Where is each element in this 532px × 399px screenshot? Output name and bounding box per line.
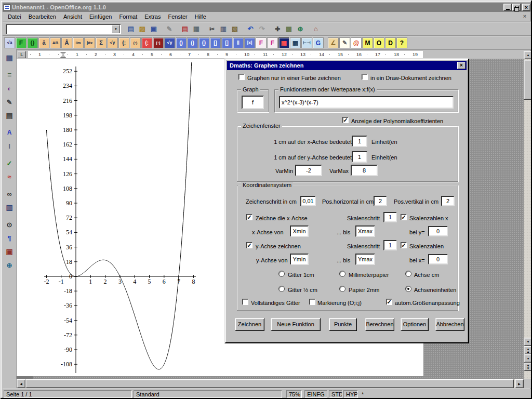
brackets-blue-icon[interactable]: [] bbox=[210, 37, 221, 48]
draw-graph-icon[interactable]: ▦ bbox=[278, 37, 289, 48]
open-icon[interactable]: ▨ bbox=[137, 23, 148, 35]
nth-root-blue-icon[interactable]: √y bbox=[164, 37, 175, 48]
copy-icon[interactable]: ▥ bbox=[218, 23, 229, 35]
brace-cases-red-icon[interactable]: {: bbox=[141, 37, 152, 48]
nth-root-icon[interactable]: √y bbox=[107, 37, 118, 48]
parens-blue2-icon[interactable]: () bbox=[187, 37, 198, 48]
insert-fields-icon[interactable]: ≡ bbox=[3, 69, 16, 81]
y-scale-field[interactable]: 1 bbox=[352, 151, 367, 163]
cut-icon[interactable]: ✂ bbox=[206, 23, 218, 35]
millimeterpapier-radio[interactable] bbox=[339, 271, 345, 277]
x-scale-field[interactable]: 1 bbox=[352, 136, 367, 147]
achse-cm-radio[interactable] bbox=[405, 271, 411, 277]
pos-horizontal-field[interactable]: 2 bbox=[374, 196, 387, 206]
menu-fenster[interactable]: Fenster bbox=[164, 12, 191, 21]
vertical-scrollbar-thumb[interactable] bbox=[524, 60, 532, 100]
gitter-halb-cm-radio[interactable] bbox=[278, 286, 285, 292]
vertical-scrollbar[interactable]: ▲ ▼ ▲▲ ● ▼▼ bbox=[524, 51, 532, 379]
horizontal-scrollbar[interactable]: ◀ ▶ bbox=[17, 379, 524, 388]
macro-m-icon[interactable]: M bbox=[362, 37, 373, 48]
next-page-icon[interactable]: ▼▼ bbox=[524, 363, 532, 371]
zoom-icon[interactable]: ⊙ bbox=[3, 218, 16, 231]
bei-y-field[interactable]: 0 bbox=[428, 226, 448, 236]
zeichenschritt-field[interactable]: 0,01 bbox=[300, 196, 316, 206]
varmin-field[interactable]: -2 bbox=[295, 165, 322, 176]
bei-x-field[interactable]: 0 bbox=[428, 254, 448, 264]
abbrechen-button[interactable]: Abbrechen bbox=[435, 318, 464, 331]
y-axis-checkbox[interactable]: ✓ bbox=[246, 242, 252, 248]
achseneinheiten-radio[interactable] bbox=[405, 286, 411, 292]
x-from-field[interactable]: Xmin bbox=[290, 225, 309, 237]
dialog-close-icon[interactable]: × bbox=[457, 62, 466, 69]
pos-vertikal-field[interactable]: 2 bbox=[441, 196, 455, 206]
draw-functions-icon[interactable]: ✎ bbox=[3, 96, 16, 108]
restore-button[interactable] bbox=[512, 4, 521, 11]
tab-selector[interactable]: L bbox=[18, 51, 26, 58]
markierung-checkbox[interactable] bbox=[309, 299, 315, 305]
gitter-1cm-radio[interactable] bbox=[278, 271, 285, 277]
chevron-down-icon[interactable]: ▼ bbox=[112, 25, 120, 33]
function-term-field[interactable]: x^2*(x-3)*(x-7) bbox=[279, 96, 454, 109]
skalenschritt-y-field[interactable]: 1 bbox=[383, 240, 397, 250]
minimize-button[interactable] bbox=[503, 4, 512, 11]
function-pointer-icon[interactable]: F bbox=[267, 37, 278, 48]
braces-green-icon[interactable]: {} bbox=[27, 37, 38, 48]
edit-drawing-icon[interactable]: ✎ bbox=[339, 37, 350, 48]
optionen-button[interactable]: Optionen bbox=[401, 318, 429, 331]
hyperlink-icon[interactable]: ⊕ bbox=[295, 23, 306, 35]
find-replace-icon[interactable]: ∞ bbox=[3, 188, 16, 200]
navigator-icon[interactable]: ✚ bbox=[272, 23, 283, 35]
direct-cursor-icon[interactable]: I bbox=[3, 140, 16, 152]
hyperlink-mode-indicator[interactable]: HYP bbox=[343, 390, 358, 398]
function-green-icon[interactable]: F bbox=[16, 37, 26, 48]
horizontal-scrollbar-thumb[interactable] bbox=[25, 379, 514, 388]
function-magenta-icon[interactable]: F bbox=[256, 37, 267, 48]
scroll-up-icon[interactable]: ▲ bbox=[524, 51, 532, 59]
compass-icon[interactable]: ∠ bbox=[328, 37, 339, 48]
gallery-icon[interactable]: ▩ bbox=[283, 23, 295, 35]
macro-o-icon[interactable]: O bbox=[374, 37, 384, 48]
limit-icon[interactable]: lim bbox=[73, 37, 84, 48]
print-icon[interactable]: ▦ bbox=[191, 23, 202, 35]
previous-page-icon[interactable]: ▲▲ bbox=[524, 346, 532, 354]
angle-hat-icon[interactable]: Â bbox=[61, 37, 72, 48]
paren-matrix-icon[interactable]: (:) bbox=[130, 37, 141, 48]
zoom-indicator[interactable]: 75% bbox=[286, 390, 302, 398]
insert-table-icon[interactable]: ▦ bbox=[3, 51, 16, 64]
sqrt-a-icon[interactable]: √a bbox=[4, 37, 15, 48]
autosize-checkbox[interactable]: ✓ bbox=[386, 299, 392, 305]
varmax-field[interactable]: 8 bbox=[351, 165, 378, 176]
url-combo[interactable]: ▼ bbox=[6, 24, 121, 34]
draw-document-checkbox[interactable] bbox=[362, 74, 368, 80]
undo-icon[interactable]: ↶ bbox=[245, 23, 256, 35]
macro-d-icon[interactable]: D bbox=[385, 37, 396, 48]
save-icon[interactable]: ▣ bbox=[148, 23, 159, 35]
x-to-field[interactable]: Xmax bbox=[355, 225, 375, 237]
home-icon[interactable]: ⌂ bbox=[310, 23, 322, 35]
neue-funktion-button[interactable]: Neue Funktion bbox=[271, 318, 321, 331]
new-document-icon[interactable]: ▤ bbox=[125, 23, 137, 35]
nonprinting-chars-icon[interactable]: ¶ bbox=[3, 232, 16, 244]
geometry-g-icon[interactable]: G bbox=[313, 37, 324, 48]
skalenschritt-x-field[interactable]: 1 bbox=[383, 212, 397, 222]
selection-mode-indicator[interactable]: STD bbox=[329, 390, 342, 398]
edit-file-icon[interactable]: ✎ bbox=[164, 23, 175, 35]
norm-icon[interactable]: ‖ bbox=[233, 37, 244, 48]
abs-icon[interactable]: |x| bbox=[244, 37, 255, 48]
close-button[interactable]: × bbox=[522, 4, 530, 11]
close-document-icon[interactable]: × bbox=[521, 13, 528, 20]
berechnen-button[interactable]: Berechnen bbox=[365, 318, 394, 331]
integral-icon[interactable]: ∫dx bbox=[84, 37, 95, 48]
poly-coefficients-checkbox[interactable]: ✓ bbox=[342, 117, 349, 123]
grid-icon[interactable]: ▦ bbox=[290, 37, 301, 48]
dmaths-spiral-icon[interactable]: @ bbox=[351, 37, 362, 48]
spellcheck-icon[interactable]: ✓ bbox=[3, 157, 16, 169]
y-from-field[interactable]: Ymin bbox=[290, 254, 309, 265]
redo-icon[interactable]: ↷ bbox=[256, 23, 268, 35]
zeichnen-button[interactable]: Zeichnen bbox=[235, 318, 264, 331]
menu-bearbeiten[interactable]: Bearbeiten bbox=[25, 12, 60, 21]
bracket-matrix-dark-icon[interactable]: [:] bbox=[153, 37, 164, 48]
url-input[interactable] bbox=[6, 24, 111, 34]
brackets-blue2-icon[interactable]: [] bbox=[221, 37, 232, 48]
dmaths-help-icon[interactable]: ? bbox=[396, 37, 407, 48]
